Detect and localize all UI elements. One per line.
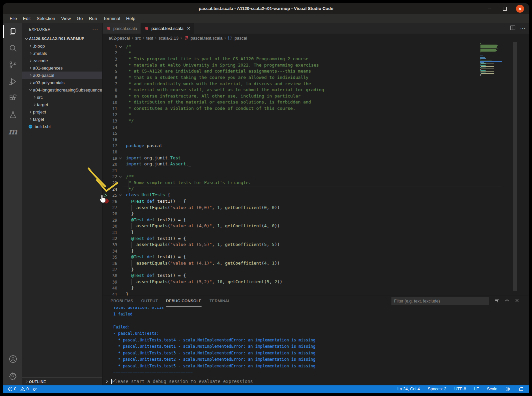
fold-chevron-icon[interactable] <box>117 194 123 197</box>
code-line-37[interactable]: 37 } <box>103 267 502 273</box>
menu-selection[interactable]: Selection <box>34 14 58 23</box>
code-line-19[interactable]: 19import org.junit.Test <box>103 155 502 161</box>
title-bar[interactable]: pascal.test.scala - A1120-scala2-r01-war… <box>3 3 529 14</box>
status-indentation[interactable]: Spaces: 2 <box>428 387 446 391</box>
tree-item-target[interactable]: target <box>22 101 102 108</box>
code-line-4[interactable]: 4 * materials at Aalto University in Spr… <box>103 62 502 69</box>
breadcrumb-test[interactable]: test <box>146 36 153 41</box>
code-line-32[interactable]: 32 @Test def test3() = { <box>103 236 502 242</box>
status-debug-status[interactable] <box>31 387 39 391</box>
code-line-40[interactable]: 40 } <box>103 285 502 291</box>
menu-edit[interactable]: Edit <box>20 14 34 23</box>
code-line-30[interactable]: 30 assertEquals("value at (4,0)", 1, get… <box>103 223 502 229</box>
tree-item-a03-polynomials[interactable]: a03-polynomials <box>22 79 102 86</box>
code-line-36[interactable]: 36 assertEquals("value at (4,1)", 4, get… <box>103 260 502 267</box>
code-line-5[interactable]: 5 * at CS-A1120 are individual and confi… <box>103 68 502 75</box>
tree-item-src[interactable]: src <box>22 94 102 101</box>
panel-tab-output[interactable]: OUTPUT <box>141 296 158 307</box>
code-line-28[interactable]: 28 } <box>103 211 502 217</box>
close-button[interactable]: ✕ <box>516 5 524 13</box>
filter-clear-icon[interactable] <box>494 298 499 304</box>
status-warnings[interactable]: 0 <box>19 387 30 391</box>
code-line-34[interactable]: 34 } <box>103 248 502 254</box>
tab-pascal.scala[interactable]: pascal.scala <box>103 23 141 34</box>
code-line-24[interactable]: 24 */ <box>103 186 502 192</box>
code-line-15[interactable]: 15 <box>103 130 502 136</box>
tree-item-a1120-scala2-r01-warmup[interactable]: A1120-SCALA2-R01-WARMUP <box>22 35 102 42</box>
fold-chevron-icon[interactable] <box>117 175 123 178</box>
explorer-more-actions-icon[interactable]: ··· <box>92 26 98 32</box>
menu-terminal[interactable]: Terminal <box>100 14 123 23</box>
tree-item-a01-sequences[interactable]: a01-sequences <box>22 64 102 72</box>
code-line-20[interactable]: 20import org.junit.Assert._ <box>103 161 502 167</box>
code-line-13[interactable]: 13 */ <box>103 118 502 124</box>
code-line-9[interactable]: 9 * on course infrastructure. All other … <box>103 93 502 99</box>
code-line-31[interactable]: 31 } <box>103 229 502 236</box>
maximize-panel-icon[interactable] <box>505 298 509 304</box>
fold-chevron-icon[interactable] <box>117 157 123 160</box>
code-editor[interactable]: 1/*2 *3 * This program text file is part… <box>103 42 529 296</box>
split-editor-icon[interactable] <box>510 25 515 32</box>
breadcrumb-pascal.test.scala[interactable]: pascal.test.scala <box>184 36 223 41</box>
breadcrumb-src[interactable]: src <box>135 36 141 41</box>
code-line-21[interactable]: 21 <box>103 167 502 174</box>
debug-console-input[interactable]: Please start a debug session to evaluate… <box>103 377 529 385</box>
code-line-6[interactable]: 6 * that as a student taking the course … <box>103 75 502 81</box>
code-line-18[interactable]: 18 <box>103 149 502 155</box>
code-line-27[interactable]: 27 assertEquals("value at (0,0)", 1, get… <box>103 205 502 211</box>
maximize-button[interactable] <box>501 5 509 13</box>
tree-item-.bloop[interactable]: .bloop <box>22 42 102 50</box>
code-line-7[interactable]: 7 * and confidentially work with the mat… <box>103 81 502 87</box>
tree-item-.metals[interactable]: .metals <box>22 50 102 57</box>
code-line-33[interactable]: 33 assertEquals("value at (5,5)", 1, get… <box>103 242 502 248</box>
code-line-8[interactable]: 8 * material with course staff, as well … <box>103 87 502 93</box>
code-line-17[interactable]: 17package pascal <box>103 143 502 149</box>
status-feedback[interactable] <box>505 387 510 391</box>
code-line-29[interactable]: 29 @Test def test2() = { <box>103 217 502 223</box>
close-tab-icon[interactable]: ✕ <box>187 26 191 31</box>
more-actions-icon[interactable]: ··· <box>520 26 525 32</box>
code-line-3[interactable]: 3 * This program text file is part of th… <box>103 56 502 62</box>
status-eol[interactable]: LF <box>474 387 479 391</box>
activity-settings[interactable] <box>3 367 22 384</box>
menu-file[interactable]: File <box>7 14 20 23</box>
close-panel-icon[interactable] <box>515 298 519 304</box>
code-line-23[interactable]: 23 * Some simple unit tests for Pascal's… <box>103 180 502 186</box>
code-line-14[interactable]: 14 <box>103 124 502 130</box>
code-line-2[interactable]: 2 * <box>103 50 502 56</box>
tree-item-a02-pascal[interactable]: a02-pascal <box>22 72 102 79</box>
menu-go[interactable]: Go <box>74 14 86 23</box>
status-encoding[interactable]: UTF-8 <box>454 387 466 391</box>
activity-run-and-debug[interactable] <box>3 73 22 90</box>
fold-chevron-icon[interactable] <box>117 45 123 48</box>
panel-tab-terminal[interactable]: TERMINAL <box>210 296 230 307</box>
code-line-1[interactable]: 1/* <box>103 44 502 50</box>
menu-view[interactable]: View <box>58 14 74 23</box>
tab-pascal.test.scala[interactable]: pascal.test.scala✕ <box>141 23 194 34</box>
menu-help[interactable]: Help <box>123 14 138 23</box>
breadcrumb-scala-2.13[interactable]: scala-2.13 <box>159 36 179 41</box>
code-line-41[interactable]: 41} <box>103 291 502 296</box>
outline-section[interactable]: OUTLINE <box>22 377 102 385</box>
activity-metals[interactable]: m <box>3 123 22 140</box>
console-filter-input[interactable] <box>391 297 489 305</box>
code-line-16[interactable]: 16 <box>103 136 502 143</box>
tree-item-a04-longestincreasingsubsequence[interactable]: a04-longestIncreasingSubsequence <box>22 86 102 94</box>
code-line-12[interactable]: 12 * <box>103 112 502 118</box>
tree-item-project[interactable]: project <box>22 108 102 115</box>
breadcrumb-a02-pascal[interactable]: a02-pascal <box>109 36 130 41</box>
status-language-mode[interactable]: Scala <box>487 387 497 391</box>
code-line-22[interactable]: 22/** <box>103 174 502 180</box>
panel-tab-debug-console[interactable]: DEBUG CONSOLE <box>166 296 202 307</box>
activity-testing[interactable] <box>3 106 22 123</box>
code-line-39[interactable]: 39 assertEquals("value at (5,2)", 10, ge… <box>103 279 502 285</box>
panel-tab-problems[interactable]: PROBLEMS <box>111 296 133 307</box>
activity-source-control[interactable] <box>3 57 22 73</box>
code-line-38[interactable]: 38 @Test def test5() = { <box>103 273 502 279</box>
activity-extensions[interactable] <box>3 90 22 106</box>
tree-item-.vscode[interactable]: .vscode <box>22 57 102 64</box>
code-line-35[interactable]: 35 @Test def test4() = { <box>103 254 502 260</box>
activity-accounts[interactable] <box>3 351 22 367</box>
activity-search[interactable] <box>3 40 22 57</box>
code-line-25[interactable]: 25class UnitTests { <box>103 192 502 198</box>
